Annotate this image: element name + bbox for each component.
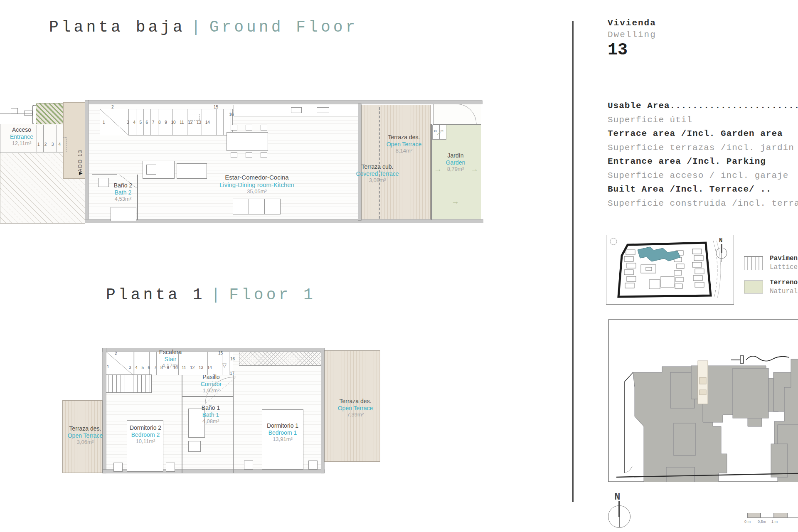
compass-needle [618,501,620,517]
room-label-bath2: Baño 2 Bath 2 4,53m² [114,182,132,202]
ground-floor-title: Planta baja|Ground Floor [49,18,358,36]
stair-number: 1 [107,365,109,369]
kitchen-sink [291,107,302,113]
wall [358,104,361,220]
stair-number: 2 [115,351,117,356]
nightstand [166,463,175,472]
stair-number: 15 [214,105,218,109]
stair-numbers-row: 3 4 5 6 7 8 9 10 11 12 13 14 [127,120,210,125]
stair-number: 17 [230,371,234,376]
pergola-lattice [239,352,332,366]
room-label-garden: Jardín Garden 8,79m² [446,152,466,172]
terrace-deck [361,105,431,220]
chair [261,152,267,158]
title-en: Floor 1 [229,286,316,304]
title-es: Planta 1 [106,286,205,304]
area-line-built-en: Built Area /Incl. Terrace/ .. [608,185,771,194]
ado-13-label: ADO 13 [77,137,86,172]
chair [261,125,267,131]
wall [92,174,117,175]
entrance-steps [37,125,63,152]
legend-swatch-lattice [744,256,763,270]
key-site-plan: N [606,235,734,305]
nightstand [244,461,253,470]
wall [103,348,106,473]
washer [98,178,109,187]
section-mark [188,114,200,121]
compass-north-label: N [614,491,620,502]
wall [321,348,324,473]
plan-sheet: Planta baja|Ground Floor Planta 1|Floor … [0,0,798,532]
gate-drawing [0,105,35,124]
legend-lattice-line2: Lattice pa [770,264,798,271]
site-plan [608,319,798,482]
title-en: Ground Floor [209,18,358,36]
legend-natural-line2: Natural gr [770,288,798,295]
room-label-entrance: Acceso Entrance 12,11m² [10,126,33,146]
dining-table [227,132,268,151]
wardrobe [104,374,152,393]
chair [231,152,237,158]
chair [246,125,252,131]
room-label-living: Estar-Comedor-Cocina Living-Dining room-… [219,174,294,195]
garden-step-number: 2 [433,130,437,132]
dwelling-number: 13 [608,41,628,59]
entry-arrow-icon: ▶ [79,170,82,176]
room-label-open-terrace-right: Terraza des. Open Terrace 7,39m² [338,398,373,418]
stair-number: 15 [218,351,223,355]
stair-number: 16 [229,112,234,117]
stair-direction-icon: ▽ [222,362,227,368]
area-line-terrace-es: Superficie terrazas /incl. jardín [608,143,794,153]
kitchen-hob [317,107,329,113]
area-line-built-es: Superficie construida /incl. terraza [608,199,798,208]
floor1-title: Planta 1|Floor 1 [106,286,316,304]
nightstand [308,461,318,470]
kitchen-cabinet [177,163,207,179]
nightstand [113,463,123,472]
chair [246,152,252,158]
wall [103,348,324,352]
title-separator: | [191,18,204,36]
stair-number: 16 [230,357,235,361]
room-label-covered-terrace: Terraza cub. Covered Terrace 3,08m² [356,163,399,183]
sink [188,441,201,452]
wall [85,219,483,223]
scale-label-1: 1 m [771,520,778,524]
compass-needle-tail [619,517,620,527]
stair-numbers-row: 3 4 5 6 7 8 9 10 11 12 13 14 [129,365,212,370]
garden-arrow-icon: → [434,165,442,174]
garden-arrow-icon: → [470,165,478,174]
garden-step-number: 1 [440,130,444,132]
terrace-divider-dash [379,107,380,219]
entrance-step-numbers: 1 2 3 4 [37,142,61,147]
stair-number: 1 [103,120,105,125]
chair [231,125,237,131]
ground-floor-plan: ADO 13 ▶ 1 2 3 4 Acceso Entrance 12,11m² [0,99,495,224]
legend-lattice-line1: Pavimento [770,255,798,262]
room-label-open-terrace: Terraza des. Open Terrace 8,14m² [387,134,422,154]
room-label-corridor: Pasillo Corridor 1,92m² [201,374,222,394]
lattice-pavement-patch [36,103,66,125]
room-label-bath1: Baño 1 Bath 1 4,08m² [202,404,220,424]
door-arc [456,104,477,125]
legend-natural-line1: Terreno n [770,279,798,286]
garden-arrow-icon: → [451,197,459,206]
wall [431,124,432,220]
dwelling-label-en: Dwelling [608,30,656,39]
floor1-plan: 2 1 3 4 5 6 7 8 9 10 11 12 13 14 15 16 1… [61,346,381,474]
scale-bar [747,513,798,518]
scale-label-05: 0,5m [758,520,766,524]
wall [182,375,182,473]
area-line-usable-es: Superficie útil [608,115,692,125]
area-line-entrance-es: Superficie acceso / incl. garaje [608,171,788,180]
section-divider [572,21,574,502]
shower-tray [111,207,136,221]
key-plan-north-label: N [719,237,722,244]
stair-number: 2 [111,105,114,109]
sofa [233,199,281,214]
wall [137,175,138,220]
wall [88,101,482,104]
stair-landing [106,352,133,375]
scale-label-0: 0 m [744,520,751,524]
area-line-terrace-en: Terrace area /Incl. Garden area [608,129,783,138]
